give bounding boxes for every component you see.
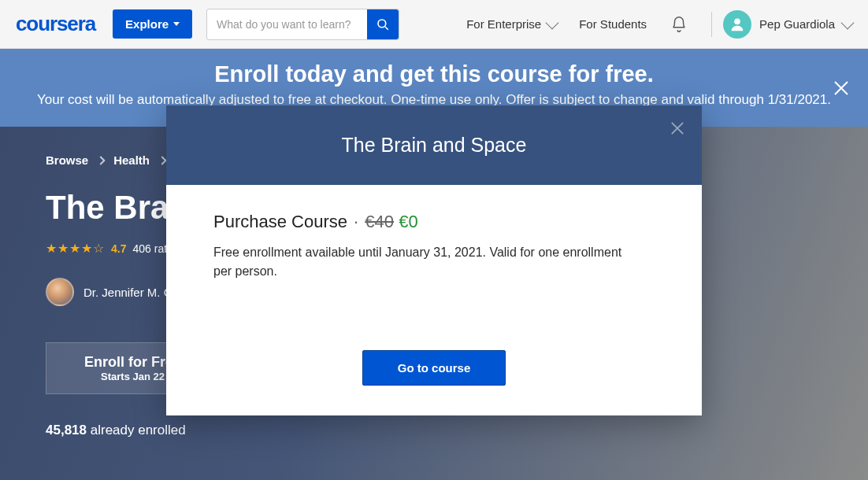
chevron-right-icon xyxy=(158,156,166,164)
chevron-down-icon xyxy=(841,16,855,29)
enrolled-suffix: already enrolled xyxy=(91,423,186,438)
search-button[interactable] xyxy=(367,9,399,39)
purchase-modal: The Brain and Space Purchase Course · €4… xyxy=(166,105,702,415)
svg-point-0 xyxy=(378,20,386,28)
chevron-down-icon xyxy=(173,22,180,26)
purchase-label: Purchase Course xyxy=(213,212,347,231)
enrolled-count: 45,818 xyxy=(46,423,87,438)
global-header: coursera Explore For Enterprise For Stud… xyxy=(0,0,868,49)
modal-body: Purchase Course · €40 €0 Free enrollment… xyxy=(166,185,702,415)
star-icons: ★★★★☆ xyxy=(46,241,105,256)
price-new: €0 xyxy=(399,212,417,231)
enrolled-count-row: 45,818 already enrolled xyxy=(46,423,822,438)
nav-for-enterprise[interactable]: For Enterprise xyxy=(466,17,557,31)
explore-label: Explore xyxy=(125,17,169,31)
nav-enterprise-label: For Enterprise xyxy=(466,17,541,31)
user-menu[interactable]: Pep Guardiola xyxy=(723,10,852,39)
chevron-right-icon xyxy=(97,156,106,164)
price-old: €40 xyxy=(365,212,394,231)
close-icon[interactable] xyxy=(670,121,684,135)
avatar xyxy=(723,10,751,39)
chevron-down-icon xyxy=(546,16,559,29)
promo-title: Enroll today and get this course for fre… xyxy=(24,61,844,87)
close-icon[interactable] xyxy=(833,80,849,96)
nav-for-students[interactable]: For Students xyxy=(579,17,647,31)
breadcrumb-item[interactable]: Health xyxy=(113,153,150,167)
instructor-avatar xyxy=(46,278,74,306)
modal-title: The Brain and Space xyxy=(182,134,686,157)
explore-button[interactable]: Explore xyxy=(113,9,192,39)
modal-header: The Brain and Space xyxy=(166,105,702,185)
search-input[interactable] xyxy=(207,9,367,39)
user-icon xyxy=(729,16,746,33)
svg-point-2 xyxy=(734,18,740,24)
rating-value: 4.7 xyxy=(111,242,126,255)
go-to-course-button[interactable]: Go to course xyxy=(362,350,506,386)
search-icon xyxy=(376,17,390,31)
user-name: Pep Guardiola xyxy=(759,17,835,31)
modal-note: Free enrollment available until January … xyxy=(213,243,643,281)
header-divider xyxy=(711,12,712,37)
nav-students-label: For Students xyxy=(579,17,647,31)
notifications-icon[interactable] xyxy=(670,16,688,33)
price-line: Purchase Course · €40 €0 xyxy=(213,212,655,232)
logo-coursera[interactable]: coursera xyxy=(16,12,95,36)
svg-line-1 xyxy=(385,27,388,30)
search-form xyxy=(206,9,399,40)
breadcrumb-item[interactable]: Browse xyxy=(46,153,88,167)
